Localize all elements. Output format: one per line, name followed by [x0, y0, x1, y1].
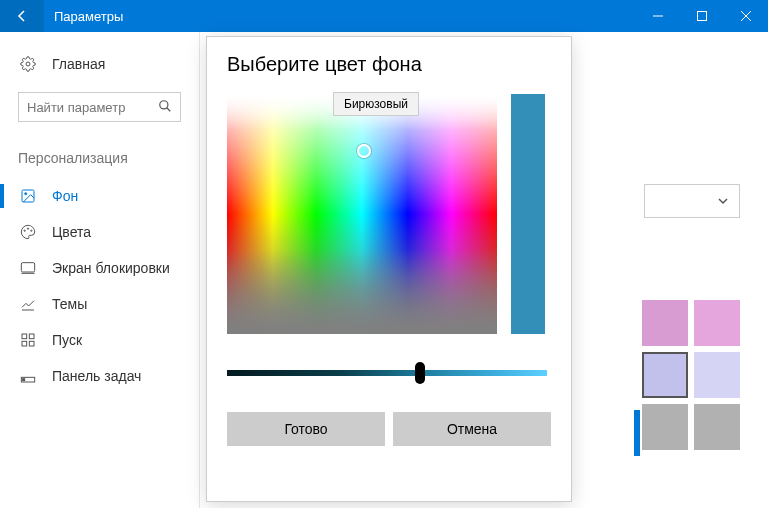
search-placeholder: Найти параметр — [27, 100, 125, 115]
color-swatch[interactable] — [694, 404, 740, 450]
nav-label: Темы — [52, 296, 87, 312]
sidebar-item-3[interactable]: Темы — [0, 286, 199, 322]
search-input[interactable]: Найти параметр — [18, 92, 181, 122]
sidebar-item-4[interactable]: Пуск — [0, 322, 199, 358]
minimize-button[interactable] — [636, 0, 680, 32]
close-button[interactable] — [724, 0, 768, 32]
nav-icon — [18, 188, 38, 204]
svg-point-9 — [24, 230, 25, 231]
color-swatch[interactable] — [642, 404, 688, 450]
nav-icon — [18, 296, 38, 312]
svg-point-8 — [25, 193, 27, 195]
window-controls — [636, 0, 768, 32]
nav-label: Цвета — [52, 224, 91, 240]
background-type-dropdown[interactable] — [644, 184, 740, 218]
picker-cursor[interactable] — [357, 144, 371, 158]
nav-icon — [18, 224, 38, 240]
color-swatch[interactable] — [642, 352, 688, 398]
hue-saturation-field[interactable]: Бирюзовый — [227, 94, 497, 334]
svg-rect-17 — [22, 341, 27, 346]
home-label: Главная — [52, 56, 105, 72]
sidebar-item-0[interactable]: Фон — [0, 178, 199, 214]
svg-rect-15 — [29, 334, 34, 339]
nav-icon — [18, 368, 38, 384]
nav-label: Фон — [52, 188, 78, 204]
color-swatch[interactable] — [694, 352, 740, 398]
done-button[interactable]: Готово — [227, 412, 385, 446]
nav-label: Пуск — [52, 332, 82, 348]
color-preview — [511, 94, 545, 334]
svg-rect-12 — [21, 263, 34, 272]
color-swatch[interactable] — [642, 300, 688, 346]
window-title: Параметры — [54, 9, 636, 24]
sidebar-item-5[interactable]: Панель задач — [0, 358, 199, 394]
gear-icon — [18, 56, 38, 72]
home-link[interactable]: Главная — [0, 50, 199, 78]
sidebar-item-1[interactable]: Цвета — [0, 214, 199, 250]
color-tooltip: Бирюзовый — [333, 92, 419, 116]
cancel-button[interactable]: Отмена — [393, 412, 551, 446]
color-swatches — [642, 300, 740, 456]
sidebar-item-2[interactable]: Экран блокировки — [0, 250, 199, 286]
nav-label: Экран блокировки — [52, 260, 170, 276]
value-slider[interactable] — [227, 370, 547, 376]
svg-rect-1 — [698, 12, 707, 21]
color-swatch[interactable] — [694, 300, 740, 346]
nav-icon — [18, 332, 38, 348]
chevron-down-icon — [717, 195, 729, 207]
svg-point-11 — [31, 230, 32, 231]
svg-rect-19 — [23, 379, 25, 381]
svg-point-4 — [26, 62, 30, 66]
slider-thumb[interactable] — [415, 362, 425, 384]
svg-point-10 — [27, 228, 28, 229]
nav-icon — [18, 260, 38, 276]
back-button[interactable] — [0, 0, 44, 32]
maximize-button[interactable] — [680, 0, 724, 32]
dialog-title: Выберите цвет фона — [227, 53, 551, 76]
search-icon — [158, 99, 172, 116]
group-label: Персонализация — [0, 150, 199, 166]
main-area: Выберите цвет фона Бирюзовый Готово Отме… — [200, 32, 768, 508]
sidebar: Главная Найти параметр Персонализация Фо… — [0, 32, 200, 508]
svg-rect-14 — [22, 334, 27, 339]
nav-label: Панель задач — [52, 368, 141, 384]
svg-line-6 — [167, 107, 171, 111]
swatch-selection-bar — [634, 410, 640, 456]
svg-point-5 — [160, 100, 168, 108]
svg-rect-16 — [29, 341, 34, 346]
color-picker-dialog: Выберите цвет фона Бирюзовый Готово Отме… — [206, 36, 572, 502]
titlebar: Параметры — [0, 0, 768, 32]
